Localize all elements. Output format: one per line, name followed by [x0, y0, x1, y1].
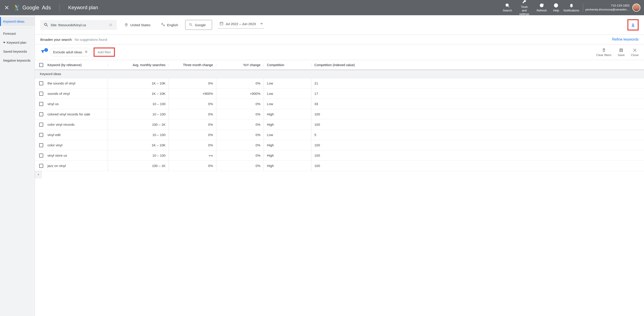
svg-point-6	[190, 23, 191, 25]
sidebar-item-negative-keywords[interactable]: Negative keywords	[0, 56, 35, 65]
sidebar-item-saved-keywords[interactable]: Saved keywords	[0, 47, 35, 56]
ads-logo-icon	[14, 5, 20, 11]
date-range-picker[interactable]: Jul 2022 – Jun 2023	[218, 21, 264, 29]
avatar[interactable]	[632, 4, 640, 12]
cell-avg: 100 – 1K	[152, 164, 166, 168]
table-row[interactable]: vinyl store us10 – 100+∞0%High100	[35, 150, 644, 161]
cell-yoy: 0%	[256, 81, 260, 85]
wrench-icon	[522, 0, 527, 5]
cell-three-month: 0%	[208, 81, 213, 85]
col-avg[interactable]: Avg. monthly searches	[133, 63, 166, 67]
chevron-down-icon	[260, 23, 263, 25]
cell-competition-index: 100	[314, 164, 320, 168]
save-icon	[619, 48, 624, 53]
translate-icon	[161, 23, 165, 28]
filter-icon[interactable]: 1	[40, 49, 46, 55]
topbar-divider	[60, 4, 60, 12]
table-header: Keyword (by relevance) Avg. monthly sear…	[35, 60, 644, 70]
sidebar-divider	[3, 26, 32, 28]
svg-point-5	[126, 24, 127, 25]
row-checkbox[interactable]	[39, 164, 43, 168]
cell-keyword: sounds of vinyl	[48, 92, 70, 96]
filter-pill-exclude-adult[interactable]: Exclude adult ideas	[50, 48, 91, 56]
cell-keyword: the sounds of vinyl	[48, 81, 75, 85]
info-icon[interactable]	[109, 23, 114, 27]
table-row[interactable]: jazz on vinyl100 – 1K0%0%High100	[35, 161, 644, 171]
broaden-suggestions: No suggestions found	[74, 38, 107, 42]
row-checkbox[interactable]	[39, 154, 43, 158]
col-yoy[interactable]: YoY change	[243, 63, 260, 67]
svg-rect-8	[620, 49, 623, 52]
remove-filter-icon[interactable]	[84, 50, 88, 54]
table-row[interactable]: color vinyl1K – 10K0%0%High100	[35, 140, 644, 150]
scroll-left-button[interactable]	[35, 171, 42, 178]
cell-yoy: +900%	[250, 92, 260, 96]
cell-yoy: 0%	[256, 143, 260, 147]
top-search-button[interactable]: Search	[500, 3, 515, 13]
row-checkbox[interactable]	[39, 133, 43, 137]
select-all-checkbox[interactable]	[39, 63, 43, 67]
refresh-icon	[539, 3, 544, 9]
row-checkbox[interactable]	[39, 102, 43, 106]
col-three-month[interactable]: Three month change	[183, 63, 213, 67]
row-checkbox[interactable]	[39, 143, 43, 147]
table-row[interactable]: colored vinyl records for sale10 – 1000%…	[35, 109, 644, 119]
cell-avg: 10 – 100	[152, 154, 166, 157]
sidebar-item-keyword-plan[interactable]: Keyword plan	[0, 38, 35, 47]
save-label: Save	[618, 53, 625, 57]
refine-keywords-link[interactable]: Refine keywords	[612, 38, 639, 42]
account-id: 710-133-1652	[611, 4, 630, 8]
svg-point-1	[506, 4, 508, 6]
row-checkbox[interactable]	[39, 92, 43, 96]
table-row[interactable]: vinyl edit10 – 1000%0%Low5	[35, 130, 644, 140]
table-row[interactable]: the sounds of vinyl1K – 10K0%0%Low21	[35, 78, 644, 89]
search-icon	[44, 22, 50, 28]
language-label: English	[167, 23, 178, 27]
close-icon[interactable]	[4, 5, 10, 10]
cell-avg: 1K – 10K	[152, 92, 166, 96]
cell-competition-index: 100	[314, 112, 320, 116]
col-competition-index[interactable]: Competition (indexed value)	[314, 63, 355, 67]
close-filters-button[interactable]: Close	[631, 48, 639, 57]
table-row[interactable]: sounds of vinyl1K – 10K+900%+900%Low17	[35, 89, 644, 99]
sidebar-item-keyword-ideas[interactable]: Keyword ideas	[0, 17, 35, 26]
download-button[interactable]	[628, 19, 639, 31]
row-checkbox[interactable]	[39, 123, 43, 127]
network-chip[interactable]: Google	[185, 20, 212, 30]
cell-three-month: 0%	[208, 102, 213, 106]
top-refresh-button[interactable]: Refresh	[534, 3, 550, 13]
cell-avg: 100 – 1K	[152, 123, 166, 126]
add-filter-button[interactable]: Add filter	[94, 48, 115, 57]
trash-icon	[602, 48, 606, 53]
top-notifications-button[interactable]: Notifications	[562, 3, 581, 13]
col-keyword[interactable]: Keyword (by relevance)	[48, 63, 82, 67]
location-label: United States	[130, 23, 150, 27]
table-row[interactable]: color vinyl records100 – 1K0%0%High100	[35, 119, 644, 130]
help-icon	[554, 3, 558, 9]
cell-competition-index: 21	[314, 81, 318, 85]
google-ads-logo: Google Ads	[14, 5, 51, 11]
clear-filters-button[interactable]: Clear filters	[596, 48, 611, 57]
cell-avg: 10 – 100	[152, 133, 166, 137]
date-range-label: Jul 2022 – Jun 2023	[226, 22, 256, 26]
language-chip[interactable]: English	[158, 20, 181, 30]
row-checkbox[interactable]	[39, 81, 43, 85]
product-name: Google	[22, 5, 39, 11]
cell-avg: 10 – 100	[152, 102, 166, 106]
table-row[interactable]: vinyl us10 – 1000%0%Low33	[35, 99, 644, 109]
svg-point-0	[15, 9, 16, 11]
col-competition[interactable]: Competition	[267, 63, 284, 67]
top-tools-button[interactable]: Tools and settings	[515, 0, 534, 16]
save-button[interactable]: Save	[618, 48, 625, 57]
page-title: Keyword plan	[68, 5, 98, 11]
row-checkbox[interactable]	[39, 112, 43, 116]
top-refresh-label: Refresh	[536, 9, 547, 12]
site-search-box[interactable]: Site: thesoundofvinyl.us	[40, 20, 117, 30]
filter-pill-label: Exclude adult ideas	[53, 50, 82, 54]
account-info[interactable]: 710-133-1652 yevheniia.khromova@serankin…	[585, 4, 632, 12]
top-help-button[interactable]: Help	[550, 3, 562, 13]
top-tools-label: Tools and settings	[518, 5, 530, 16]
sidebar-item-forecast[interactable]: Forecast	[0, 29, 35, 38]
cell-yoy: 0%	[256, 164, 260, 168]
location-chip[interactable]: United States	[121, 20, 154, 30]
